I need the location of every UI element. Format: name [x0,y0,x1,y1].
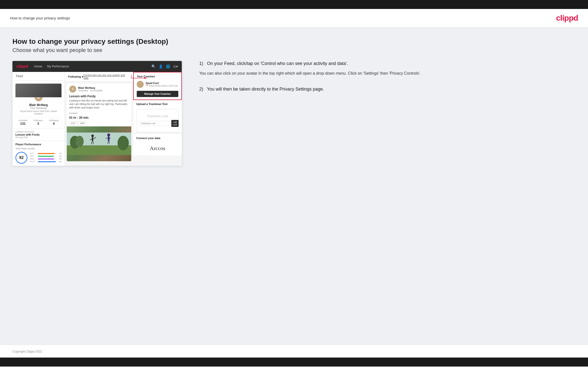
trackman-placeholder: Trackman Link [139,114,176,118]
bar-putt-container [38,161,57,162]
top-bar [0,0,588,9]
svg-line-16 [109,141,109,144]
feed-tab[interactable]: Feed [12,72,65,81]
stat-activities-label: Activities [18,119,27,122]
quality-score: 92 [15,152,27,164]
bar-ott-container [38,153,57,154]
profile-handicap: Plus Handicap [15,107,62,109]
instruction-1-intro: On your Feed, click/tap on 'Control who … [207,61,348,66]
coach-avatar [137,81,144,88]
profile-stats: Activities 131 Followers 3 Following 4 [15,117,62,125]
bar-putt-label: PUTT [30,160,37,163]
app-right-panel: Your Coaches David Ford 📍 Royal North De… [133,72,182,166]
instruction-2-header: 2) You will then be taken directly to th… [199,87,576,92]
manage-coaches-button[interactable]: Manage Your Coaches [137,91,178,97]
player-performance: Player Performance Total Player Quality … [12,141,65,166]
tag-app: APP [78,121,86,125]
search-icon[interactable]: 🔍 [151,64,156,68]
bar-ott-label: OTT [30,152,37,155]
instruction-2-text: You will then be taken directly to the P… [207,87,324,92]
bar-app-label: APP [30,155,37,157]
coach-info: David Ford 📍 Royal North Devon Golf Club [146,82,178,87]
person-icon[interactable]: 👤 [159,64,163,68]
feed-header: Following ▾ Control who can see your act… [65,72,133,82]
following-button[interactable]: Following ▾ [68,75,83,78]
post-duration-label: Duration [67,111,131,115]
clippd-logo: clippd [556,13,578,23]
bar-app-val: 85 [58,155,62,157]
location-icon: 📍 [146,85,148,87]
bar-arg-fill [38,158,54,159]
post-image [67,126,131,161]
stat-following: Following 4 [49,119,59,125]
control-privacy-link[interactable]: Control who can see your activity and da… [83,74,130,79]
post-author-name: Blair McHarg [78,86,102,89]
app-feed: Following ▾ Control who can see your act… [65,72,133,166]
coaches-panel: Your Coaches David Ford 📍 Royal North De… [133,72,182,100]
bar-putt-val: 96 [58,160,62,163]
nav-link-performance[interactable]: My Performance [47,65,69,68]
post-card: B Blair McHarg Yesterday · Sunningdale L… [67,84,131,161]
hero-title: How to change your privacy settings (Des… [12,38,576,46]
site-header: How to change your privacy settings clip… [0,9,588,28]
nav-link-home[interactable]: Home [34,65,42,68]
golf-scene-svg [67,126,131,161]
stat-following-label: Following [49,119,59,122]
bar-ott-val: 90 [58,152,62,155]
trackman-input-row: Add Link [139,120,176,127]
stat-followers: Followers 3 [33,119,43,125]
stat-activities-value: 131 [18,122,27,125]
main-content: How to change your privacy settings (Des… [0,28,588,345]
coach-club: 📍 Royal North Devon Golf Club [146,85,178,87]
profile-name: Blair McHarg [15,103,62,107]
bar-ott-fill [38,153,55,154]
latest-activity-title: Lesson with Fordy [15,133,62,136]
bar-ott: OTT 90 [30,152,62,155]
bar-app-container [38,156,57,157]
post-title: Lesson with Fordy [67,95,131,99]
app-body: Feed B Blair McHarg Plus Handicap Royal … [12,72,182,166]
app-logo-icon: clippd [16,64,28,69]
bottom-bar [0,358,588,367]
instruction-2-number: 2) [199,87,203,92]
tag-ott: OTT [69,121,77,125]
connect-title: Connect your data [133,134,182,141]
following-label: Following [68,75,81,78]
stat-activities: Activities 131 [18,119,27,125]
stat-followers-value: 3 [33,122,43,125]
trackman-input[interactable] [139,121,170,126]
app-nav-icons: 🔍 👤 🌐 ⊙▾ [151,64,178,68]
profile-banner-inner [15,84,62,97]
post-author-meta: Yesterday · Sunningdale [78,89,102,92]
site-footer: Copyright Clippd 2022 [0,345,588,358]
stat-followers-label: Followers [33,119,43,122]
svg-point-4 [118,136,129,150]
app-mockup: clippd Home My Performance 🔍 👤 🌐 ⊙▾ Feed [12,61,182,166]
connect-panel: Connect your data Arccos [133,134,182,156]
app-nav: clippd Home My Performance 🔍 👤 🌐 ⊙▾ [12,61,182,72]
instruction-1-header: 1) On your Feed, click/tap on 'Control w… [199,61,576,66]
add-link-button[interactable]: Add Link [171,120,179,127]
post-body: Looking to feel like my hands are exitin… [67,99,131,111]
instruction-1: 1) On your Feed, click/tap on 'Control w… [199,61,576,77]
app-sidebar: Feed B Blair McHarg Plus Handicap Royal … [12,72,65,166]
avatar-icon[interactable]: ⊙▾ [173,64,178,68]
coach-name: David Ford [146,82,178,85]
bar-arg-container [38,158,57,159]
coach-item: David Ford 📍 Royal North Devon Golf Club [134,79,181,89]
hero-subtitle: Choose what you want people to see [12,47,576,53]
annotation-wrapper: Your Coaches David Ford 📍 Royal North De… [133,72,182,100]
arccos-text: Arccos [133,141,182,156]
instruction-1-extra: You can also click on your avatar in the… [199,70,576,77]
player-perf-title: Player Performance [15,143,62,146]
globe-icon[interactable]: 🌐 [166,64,170,68]
post-header: B Blair McHarg Yesterday · Sunningdale [67,84,131,95]
bar-arg-val: 86 [58,158,62,160]
svg-point-3 [76,136,84,147]
instructions: 1) On your Feed, click/tap on 'Control w… [194,61,576,102]
profile-card: B Blair McHarg Plus Handicap Royal North… [12,81,65,129]
trackman-title: Upload a Trackman Test [133,100,182,107]
svg-rect-12 [108,136,109,141]
latest-activity: Latest Activity Lesson with Fordy 03 Aug… [12,129,65,141]
latest-activity-label: Latest Activity [15,131,62,133]
